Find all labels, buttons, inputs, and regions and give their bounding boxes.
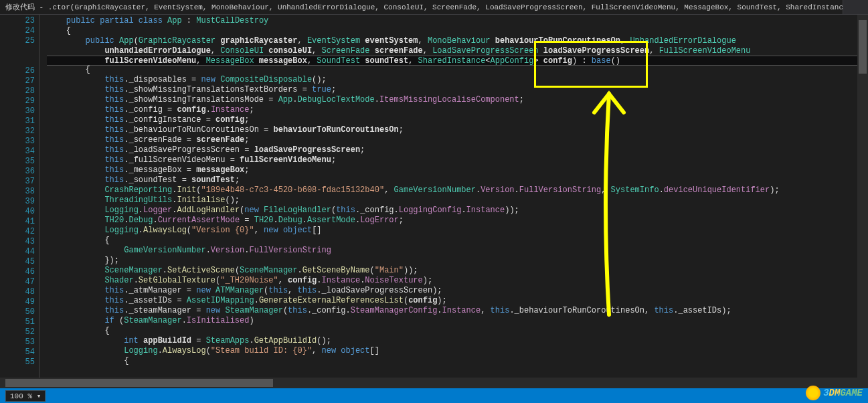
code-area[interactable]: public partial class App : MustCallDestr… bbox=[47, 15, 868, 388]
tab-title: 修改代码 - .ctor(GraphicRaycaster, EventSyst… bbox=[5, 2, 843, 12]
tab-bar: 修改代码 - .ctor(GraphicRaycaster, EventSyst… bbox=[0, 0, 868, 15]
watermark-logo-icon bbox=[806, 386, 820, 400]
horizontal-scrollbar[interactable] bbox=[0, 378, 857, 388]
collapse-ruler[interactable] bbox=[39, 15, 39, 388]
scrollbar-thumb[interactable] bbox=[859, 20, 867, 74]
vertical-scrollbar[interactable] bbox=[857, 15, 868, 388]
active-tab[interactable]: 修改代码 - .ctor(GraphicRaycaster, EventSyst… bbox=[0, 0, 843, 14]
dropdown-icon: ▾ bbox=[37, 392, 41, 400]
line-gutter: 2324252627282930313233343536373839404142… bbox=[0, 15, 47, 388]
watermark: 3DMGAME bbox=[806, 386, 863, 400]
status-bar: 100 % ▾ bbox=[0, 388, 868, 403]
editor[interactable]: 2324252627282930313233343536373839404142… bbox=[0, 15, 868, 388]
scrollbar-thumb[interactable] bbox=[5, 379, 273, 387]
zoom-level[interactable]: 100 % ▾ bbox=[5, 390, 46, 402]
